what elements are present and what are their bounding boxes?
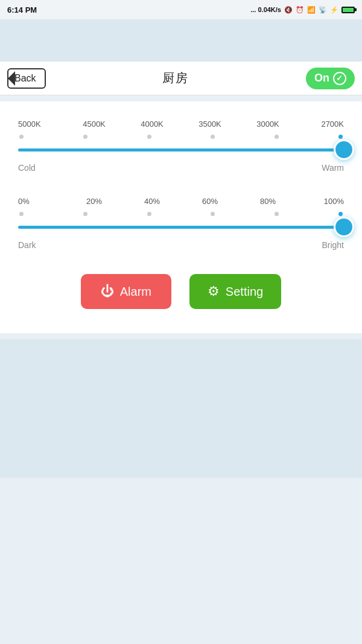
temp-slider-dots xyxy=(18,135,344,139)
bright-slider-dots xyxy=(18,212,344,216)
top-decoration xyxy=(0,19,362,62)
mute-icon: 🔇 xyxy=(284,6,293,14)
temp-label-4000: 4000K xyxy=(134,120,170,129)
bright-dot-6 xyxy=(338,212,343,216)
bright-slider-thumb[interactable] xyxy=(334,217,354,237)
setting-button[interactable]: ⚙ Setting xyxy=(189,274,281,309)
bright-dot-4 xyxy=(211,212,215,216)
status-icons: ... 0.04K/s 🔇 ⏰ 📶 📡 ⚡ xyxy=(250,6,355,14)
nav-bar: Back 厨房 On ✓ xyxy=(0,62,362,95)
bright-end-labels: Dark Bright xyxy=(18,240,344,250)
temp-warm-label: Warm xyxy=(322,163,344,173)
page-title: 厨房 xyxy=(162,70,189,86)
temp-end-labels: Cold Warm xyxy=(18,163,344,173)
alarm-label: Alarm xyxy=(120,285,151,299)
bright-dot-1 xyxy=(19,212,24,216)
setting-label: Setting xyxy=(226,285,263,299)
gear-icon: ⚙ xyxy=(208,284,220,299)
brightness-slider-section: 0% 20% 40% 60% 80% 100% Dark Bright xyxy=(18,197,344,250)
temp-dot-2 xyxy=(83,135,87,139)
temp-dot-4 xyxy=(211,135,215,139)
bright-label-20: 20% xyxy=(76,197,112,206)
bright-label-100: 100% xyxy=(308,197,344,206)
back-label: Back xyxy=(14,73,36,84)
bright-slider-track xyxy=(18,226,344,229)
temp-label-5000: 5000K xyxy=(18,120,54,129)
bright-dot-2 xyxy=(83,212,87,216)
bright-slider-labels: 0% 20% 40% 60% 80% 100% xyxy=(18,197,344,206)
temp-label-2700: 2700K xyxy=(308,120,344,129)
charging-icon: ⚡ xyxy=(330,6,338,14)
time-display: 6:14 PM xyxy=(7,5,37,14)
bright-dot-3 xyxy=(147,212,151,216)
temp-label-4500: 4500K xyxy=(76,120,112,129)
temp-dot-1 xyxy=(19,135,24,139)
temp-dot-3 xyxy=(147,135,151,139)
network-speed: ... 0.04K/s xyxy=(250,6,281,13)
signal-icon: 📡 xyxy=(319,6,327,14)
temp-slider-track xyxy=(18,148,344,151)
back-button[interactable]: Back xyxy=(7,68,46,89)
power-icon: ⏻ xyxy=(101,284,114,299)
temp-slider-track-container[interactable] xyxy=(18,141,344,158)
bright-label-40: 40% xyxy=(134,197,170,206)
bright-label-0: 0% xyxy=(18,197,54,206)
bright-dot-5 xyxy=(275,212,279,216)
battery-icon xyxy=(341,7,355,13)
power-toggle[interactable]: On ✓ xyxy=(306,68,355,89)
temp-slider-thumb[interactable] xyxy=(334,139,354,160)
bottom-decoration xyxy=(0,339,362,478)
wifi-icon: 📶 xyxy=(307,6,316,14)
bright-dark-label: Dark xyxy=(18,240,36,250)
status-time: 6:14 PM xyxy=(7,5,37,14)
temp-label-3000: 3000K xyxy=(250,120,286,129)
temperature-slider-section: 5000K 4500K 4000K 3500K 3000K 2700K Cold… xyxy=(18,120,344,173)
bright-bright-label: Bright xyxy=(322,240,344,250)
status-bar: 6:14 PM ... 0.04K/s 🔇 ⏰ 📶 📡 ⚡ xyxy=(0,0,362,19)
bright-label-60: 60% xyxy=(192,197,228,206)
temp-dot-6 xyxy=(338,135,343,139)
bright-slider-track-container[interactable] xyxy=(18,218,344,235)
alarm-button[interactable]: ⏻ Alarm xyxy=(81,274,171,309)
toggle-label: On xyxy=(314,72,329,84)
temp-label-3500: 3500K xyxy=(192,120,228,129)
bright-label-80: 80% xyxy=(250,197,286,206)
check-icon: ✓ xyxy=(333,72,346,85)
main-content: 5000K 4500K 4000K 3500K 3000K 2700K Cold… xyxy=(0,101,362,333)
alarm-icon: ⏰ xyxy=(296,6,304,14)
temp-cold-label: Cold xyxy=(18,163,36,173)
temp-slider-labels: 5000K 4500K 4000K 3500K 3000K 2700K xyxy=(18,120,344,129)
action-buttons: ⏻ Alarm ⚙ Setting xyxy=(18,274,344,309)
temp-dot-5 xyxy=(275,135,279,139)
